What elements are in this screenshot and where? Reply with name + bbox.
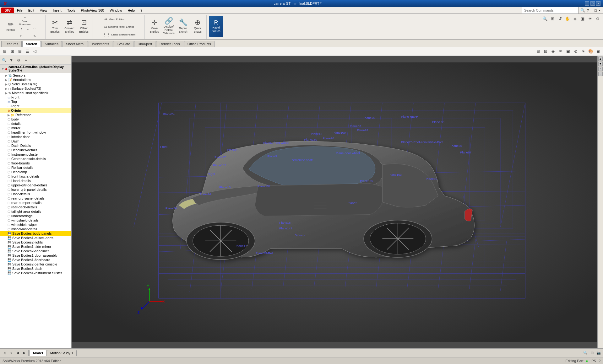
tree-item-lower-qrtr[interactable]: ⬡ lower-qrtr-panel-details bbox=[0, 187, 71, 192]
tree-item-taillight[interactable]: ⬡ taillight-area-details bbox=[0, 209, 71, 214]
view3d-btn[interactable]: ◈ bbox=[572, 15, 579, 22]
minimize-button[interactable]: _ bbox=[585, 1, 589, 6]
tree-item-front-fascia[interactable]: ⬡ front-fascia-details bbox=[0, 174, 71, 179]
zoom-fit-btn[interactable]: ⊞ bbox=[549, 15, 556, 22]
expand-material[interactable]: ▶ bbox=[5, 91, 8, 95]
tree-item-right[interactable]: ▭ Right bbox=[0, 104, 71, 108]
tree-item-interior-door[interactable]: ⬡ interior door bbox=[0, 135, 71, 139]
tree-item-sensors[interactable]: ▶ 📡 Sensors bbox=[0, 73, 71, 78]
tree-item-save-door[interactable]: 💾 Save Bodies1-door-assembly bbox=[0, 253, 71, 258]
convert-entities-button[interactable]: ⇄ Convert Entities bbox=[62, 16, 76, 37]
display-delete-relations-button[interactable]: 🔗 Display/Delete Relations bbox=[162, 16, 176, 37]
tree-item-details[interactable]: ⬡ details bbox=[0, 121, 71, 126]
tree-root-header[interactable]: ▼ ◈ carrera-GT-mm-final (default<Display… bbox=[0, 65, 71, 73]
bt-btn4[interactable]: ▶ bbox=[21, 350, 27, 356]
tab-features[interactable]: Features bbox=[1, 41, 22, 47]
line-button[interactable]: / bbox=[18, 26, 24, 33]
menu-insert[interactable]: Insert bbox=[50, 8, 64, 13]
toolbar-right-end[interactable]: ▣ bbox=[595, 48, 602, 55]
right-panel-btn1[interactable]: ▲ bbox=[598, 56, 603, 61]
bottom-tab-motion-study[interactable]: Motion Study 1 bbox=[47, 350, 77, 356]
tree-item-rear-deck[interactable]: ⬡ rear-deck-details bbox=[0, 205, 71, 209]
tree-item-windshield-wiper[interactable]: ⬡ windshield-wiper bbox=[0, 222, 71, 227]
tree-item-save-instrument[interactable]: 💾 Save Bodies1-instrument cluster bbox=[0, 271, 71, 275]
section-view-btn[interactable]: ⊘ bbox=[572, 48, 579, 55]
tree-view-btn[interactable]: ☰ bbox=[24, 48, 31, 55]
bt-camera-btn[interactable]: 📷 bbox=[595, 350, 602, 356]
tree-collapse-btn[interactable]: ⊟ bbox=[16, 48, 23, 55]
fly-out-btn[interactable]: ◁ bbox=[31, 48, 38, 55]
tab-surfaces[interactable]: Surfaces bbox=[41, 41, 62, 47]
minimize-icon[interactable]: _ bbox=[591, 8, 593, 12]
tree-item-save-headliner[interactable]: 💾 Save Bodies2-headliner bbox=[0, 249, 71, 253]
spline-button[interactable]: ∿ bbox=[31, 33, 38, 39]
quick-snaps-button[interactable]: ⊕ Quick Snaps bbox=[191, 16, 204, 37]
tree-item-miscel[interactable]: ⬡ miscel-last-detail bbox=[0, 227, 71, 231]
rect-button[interactable]: □ bbox=[18, 33, 24, 39]
tree-search-btn[interactable]: 🔍 bbox=[1, 57, 8, 64]
appearances-btn[interactable]: 🎨 bbox=[587, 48, 594, 55]
tree-item-floor-boards[interactable]: ⬡ floor-boards bbox=[0, 161, 71, 165]
circle-button[interactable]: ○ bbox=[25, 26, 31, 33]
tree-item-save-dash[interactable]: 💾 Save Bodies3-dash bbox=[0, 266, 71, 271]
pan-btn[interactable]: ✋ bbox=[564, 15, 571, 22]
tree-item-front[interactable]: ▭ Front bbox=[0, 95, 71, 99]
restore-icon[interactable]: □ bbox=[595, 8, 597, 12]
tree-item-body[interactable]: ⬡ body bbox=[0, 117, 71, 121]
tab-weldments[interactable]: Weldments bbox=[89, 41, 113, 47]
tree-item-rear-qrtr[interactable]: ⬡ rear-qrtr-panel-details bbox=[0, 196, 71, 201]
tree-filter-btn[interactable]: ▼ bbox=[8, 57, 15, 64]
win-controls[interactable]: _ □ × bbox=[585, 1, 600, 6]
tree-item-dash[interactable]: ⬡ Dash bbox=[0, 139, 71, 143]
hide-show-btn[interactable]: 👁 bbox=[557, 48, 564, 55]
tree-item-surface-bodies[interactable]: ▶ ◻ Surface Bodies(73) bbox=[0, 86, 71, 91]
arc-button[interactable]: ⌒ bbox=[31, 26, 38, 33]
tree-item-headliner-details[interactable]: ⬡ Headliner-details bbox=[0, 148, 71, 152]
bt-btn2[interactable]: ▷ bbox=[8, 350, 14, 356]
view-orient2-btn[interactable]: ⊟ bbox=[542, 48, 549, 55]
menu-edit[interactable]: Edit bbox=[26, 8, 37, 13]
expand-surface-bodies[interactable]: ▶ bbox=[5, 87, 8, 90]
tree-item-save-miscel[interactable]: 💾 Save Bodies1-miscel-parts bbox=[0, 236, 71, 240]
close-button[interactable]: × bbox=[596, 1, 600, 6]
menu-help[interactable]: Help bbox=[125, 8, 138, 13]
smart-dimension-button[interactable]: ↔ SmartDimension bbox=[18, 16, 32, 26]
lights-btn[interactable]: ☀ bbox=[580, 48, 587, 55]
menu-photoview[interactable]: PhotoView 360 bbox=[79, 8, 107, 13]
menu-file[interactable]: File bbox=[14, 8, 25, 13]
tab-office[interactable]: Office Products bbox=[184, 41, 215, 47]
display-btn[interactable]: ▣ bbox=[579, 15, 586, 22]
expand-solid-bodies[interactable]: ▶ bbox=[5, 83, 8, 86]
tree-item-save-body-panels[interactable]: 💾 Save Bodies-body-panels bbox=[0, 231, 71, 236]
tree-expand-btn[interactable]: ⊞ bbox=[9, 48, 16, 55]
tab-evaluate[interactable]: Evaluate bbox=[113, 41, 133, 47]
tree-item-material[interactable]: ▶ ⚗ Material <not specified> bbox=[0, 91, 71, 95]
menu-tools[interactable]: Tools bbox=[65, 8, 78, 13]
zoom-btn[interactable]: 🔍 bbox=[541, 15, 548, 22]
tree-item-origin[interactable]: ⊕ Origin bbox=[0, 108, 71, 113]
tree-item-save-floorboard[interactable]: 💾 Save Bodies1-floorboard bbox=[0, 258, 71, 262]
tree-item-top[interactable]: ▭ Top bbox=[0, 99, 71, 104]
tab-render[interactable]: Render Tools bbox=[156, 41, 183, 47]
expand-annotations[interactable]: ▶ bbox=[5, 78, 8, 82]
tree-item-undercarriage[interactable]: ⬡ undercarriage bbox=[0, 214, 71, 218]
tree-item-solid-bodies[interactable]: ▶ ⬡ Solid Bodies(76) bbox=[0, 82, 71, 86]
offset-entities-button[interactable]: ⊡ Offset Entities bbox=[77, 16, 91, 37]
tree-item-save-side-mirror[interactable]: 💾 Save Bodies1-side-mirror bbox=[0, 244, 71, 249]
bt-grid-btn[interactable]: ⊞ bbox=[589, 350, 595, 356]
repair-sketch-button[interactable]: 🔧 Repair Sketch bbox=[176, 16, 190, 37]
tree-item-hood[interactable]: ⬡ Hood-details bbox=[0, 179, 71, 183]
tree-item-reference[interactable]: ▶ 📁 Reference bbox=[0, 113, 71, 117]
right-panel-btn4[interactable]: - bbox=[598, 72, 603, 76]
tree-config-btn[interactable]: ⚙ bbox=[15, 57, 22, 64]
point-button[interactable]: · bbox=[25, 33, 31, 39]
tree-item-mirror[interactable]: ⬡ mirror bbox=[0, 126, 71, 130]
tree-item-headlamp[interactable]: ⬡ Headlamp bbox=[0, 170, 71, 174]
tree-item-door-details[interactable]: ⬡ Door-details bbox=[0, 192, 71, 196]
rapid-sketch-button[interactable]: R Rapid Sketch bbox=[209, 16, 223, 37]
menu-question[interactable]: ? bbox=[138, 8, 145, 13]
mirror-entities-button[interactable]: ⇔ Mirror Entities bbox=[95, 16, 133, 23]
menu-view[interactable]: View bbox=[37, 8, 50, 13]
tree-item-instrument-cluster[interactable]: ⬡ Instrument cluster bbox=[0, 152, 71, 157]
tree-item-annotations[interactable]: ▶ 📝 Annotations bbox=[0, 78, 71, 82]
